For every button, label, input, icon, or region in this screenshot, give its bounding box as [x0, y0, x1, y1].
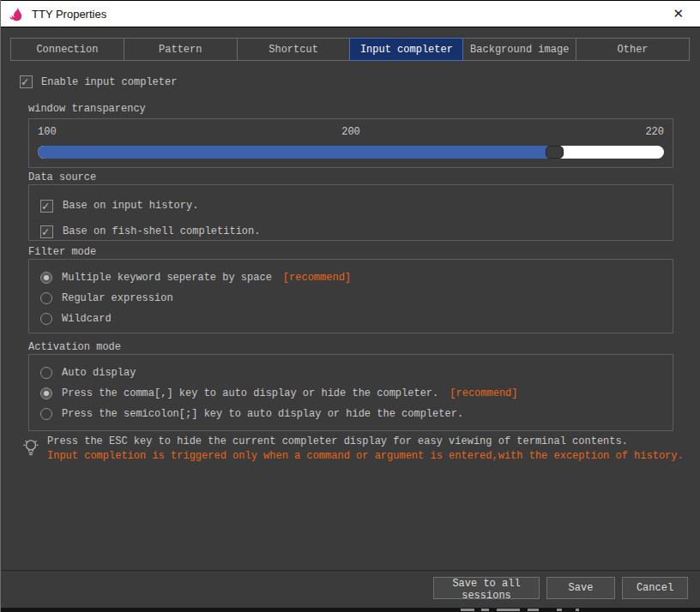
- transparency-slider-panel: 100 200 220: [28, 118, 673, 168]
- tab-shortcut[interactable]: Shortcut: [237, 38, 351, 61]
- comma-key-radio[interactable]: [40, 387, 52, 399]
- cutoff-fragment: [497, 609, 520, 611]
- transparency-label: window transparency: [28, 103, 146, 115]
- scale-min: 100: [38, 126, 246, 138]
- cutoff-fragment: [557, 609, 562, 611]
- semicolon-key-radio[interactable]: [40, 408, 52, 420]
- cutoff-fragment: [528, 609, 539, 611]
- titlebar: TTY Properties ✕: [0, 0, 700, 27]
- cutoff-fragment: [461, 609, 474, 611]
- filter-mode-label: Filter mode: [28, 246, 96, 258]
- auto-display-label: Auto display: [62, 367, 136, 379]
- recommend-badge: [recommend]: [450, 387, 517, 399]
- enable-input-completer-row[interactable]: Enable input completer: [20, 75, 177, 88]
- fish-shell-label: Base on fish-shell completition.: [63, 225, 260, 237]
- semicolon-key-label: Press the semicolon[;] key to auto displ…: [62, 408, 463, 420]
- app-flame-icon: [8, 5, 25, 22]
- tab-background-image[interactable]: Background image: [462, 38, 576, 61]
- bottom-cutoff-strip: [1, 608, 700, 612]
- window-title: TTY Properties: [32, 8, 106, 21]
- tab-other[interactable]: Other: [576, 38, 690, 61]
- option-comma-key[interactable]: Press the comma[,] key to auto display o…: [40, 383, 673, 404]
- scale-max: 220: [456, 126, 664, 138]
- input-history-label: Base on input history.: [63, 200, 198, 212]
- data-source-label: Data source: [28, 171, 96, 183]
- transparency-slider-track[interactable]: [38, 146, 664, 159]
- tab-bar: Connection Pattern Shortcut Input comple…: [10, 38, 690, 61]
- multiple-keyword-radio[interactable]: [40, 272, 52, 284]
- option-input-history[interactable]: Base on input history.: [40, 193, 673, 219]
- save-button[interactable]: Save: [546, 577, 615, 599]
- footer-button-bar: Save to all sessions Save Cancel: [433, 577, 688, 599]
- data-source-group: Base on input history. Base on fish-shel…: [28, 184, 673, 241]
- option-fish-shell[interactable]: Base on fish-shell completition.: [40, 219, 673, 244]
- save-all-sessions-button[interactable]: Save to all sessions: [433, 577, 540, 599]
- activation-mode-group: Auto display Press the comma[,] key to a…: [28, 354, 673, 431]
- tip-line-2: Input completion is triggered only when …: [47, 449, 684, 464]
- multiple-keyword-label: Multiple keyword seperate by space: [62, 272, 272, 284]
- option-wildcard[interactable]: Wildcard: [40, 309, 673, 329]
- cutoff-fragment: [576, 609, 579, 611]
- input-history-checkbox[interactable]: [40, 200, 53, 213]
- activation-mode-label: Activation mode: [28, 341, 121, 353]
- regular-expression-radio[interactable]: [40, 292, 52, 304]
- option-regular-expression[interactable]: Regular expression: [40, 288, 673, 309]
- tip-line-1: Press the ESC key to hide the current co…: [47, 435, 684, 449]
- transparency-slider-fill: [38, 146, 554, 159]
- enable-input-completer-label: Enable input completer: [41, 76, 177, 88]
- lightbulb-icon: [21, 437, 40, 459]
- close-icon[interactable]: ✕: [667, 4, 689, 23]
- tty-properties-dialog: TTY Properties ✕ Connection Pattern Shor…: [0, 0, 700, 612]
- option-multiple-keyword[interactable]: Multiple keyword seperate by space [reco…: [40, 267, 673, 288]
- option-auto-display[interactable]: Auto display: [40, 363, 673, 383]
- recommend-badge: [recommend]: [283, 272, 351, 284]
- cutoff-fragment: [481, 609, 489, 611]
- fish-shell-checkbox[interactable]: [40, 225, 53, 238]
- cancel-button[interactable]: Cancel: [622, 577, 688, 599]
- transparency-slider-thumb[interactable]: [546, 146, 564, 159]
- wildcard-label: Wildcard: [62, 313, 112, 325]
- footer-divider: [1, 570, 700, 571]
- transparency-scale: 100 200 220: [38, 126, 664, 138]
- wildcard-radio[interactable]: [40, 313, 52, 325]
- tab-pattern[interactable]: Pattern: [124, 38, 238, 61]
- tab-input-completer[interactable]: Input completer: [349, 38, 463, 61]
- filter-mode-group: Multiple keyword seperate by space [reco…: [28, 259, 673, 333]
- option-semicolon-key[interactable]: Press the semicolon[;] key to auto displ…: [40, 404, 673, 424]
- tip-section: Press the ESC key to hide the current co…: [21, 435, 684, 464]
- enable-input-completer-checkbox[interactable]: [20, 75, 33, 88]
- comma-key-label: Press the comma[,] key to auto display o…: [62, 387, 438, 399]
- tab-connection[interactable]: Connection: [10, 38, 124, 61]
- scale-mid: 200: [246, 126, 455, 138]
- regular-expression-label: Regular expression: [62, 292, 173, 304]
- auto-display-radio[interactable]: [40, 367, 52, 379]
